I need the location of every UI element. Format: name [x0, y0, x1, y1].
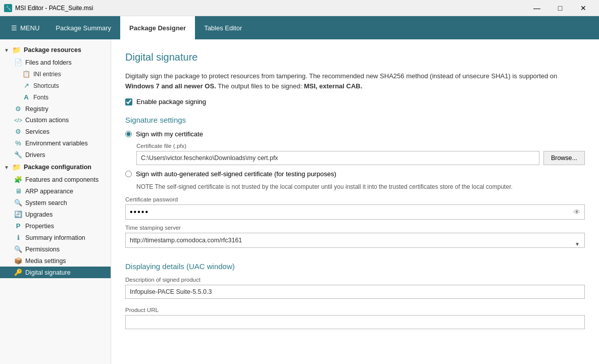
cert-file-label: Certificate file (.pfx): [136, 143, 585, 149]
maximize-button[interactable]: □: [548, 0, 572, 16]
desc-end2: The output files to be signed:: [218, 82, 302, 90]
sidebar-item-label: INI entries: [33, 71, 61, 78]
sidebar-item-upgrades[interactable]: 🔄 Upgrades: [0, 209, 111, 220]
sidebar-item-custom-actions[interactable]: </> Custom actions: [0, 115, 111, 126]
sidebar-item-label: Registry: [25, 106, 48, 113]
desc-bold1: Windows 7 and all newer OS.: [125, 82, 216, 90]
properties-icon: P: [14, 222, 22, 230]
sidebar-item-label: System search: [25, 199, 67, 206]
window-controls: — □ ✕: [525, 0, 595, 16]
cert-password-input[interactable]: [126, 205, 569, 219]
displaying-details-title: Displaying details (UAC window): [125, 262, 585, 271]
sidebar-section-label: Package configuration: [24, 164, 91, 171]
collapse-icon: ▼: [4, 165, 9, 170]
radio-sign-auto[interactable]: [125, 171, 132, 177]
description-text: Digitally sign the package to protect re…: [125, 71, 585, 91]
timestamp-select[interactable]: http://timestamp.comodoca.com/rfc3161: [125, 233, 585, 248]
sidebar-item-system-search[interactable]: 🔍 System search: [0, 197, 111, 209]
title-bar: 🔧 MSI Editor - PACE_Suite.msi — □ ✕: [0, 0, 599, 16]
signature-settings-title: Signature settings: [125, 116, 585, 124]
services-icon: ⚙: [14, 128, 22, 135]
enable-signing-label[interactable]: Enable package signing: [136, 98, 206, 106]
radio-sign-cert[interactable]: [125, 131, 132, 137]
sidebar-item-registry[interactable]: ⚙ Registry: [0, 103, 111, 115]
cert-password-label: Certificate password: [125, 196, 585, 202]
page-title: Digital signature: [125, 51, 585, 63]
sidebar-section-package-config[interactable]: ▼ 📁 Package configuration: [0, 161, 111, 174]
eye-icon: 👁: [573, 208, 580, 216]
sidebar-item-environment-variables[interactable]: % Environment variables: [0, 137, 111, 149]
sidebar-item-label: Custom actions: [25, 117, 69, 124]
signed-product-input[interactable]: [125, 285, 585, 299]
search-icon: 🔍: [14, 199, 22, 206]
timestamp-label: Time stamping server: [125, 225, 585, 231]
enable-signing-row: Enable package signing: [125, 98, 585, 106]
registry-icon: ⚙: [14, 105, 22, 113]
custom-actions-icon: </>: [14, 117, 22, 123]
sidebar-item-features-and-components[interactable]: 🧩 Features and components: [0, 174, 111, 185]
sidebar-item-shortcuts[interactable]: ↗ Shortcuts: [0, 80, 111, 91]
folder-icon: 📁: [12, 163, 21, 171]
sidebar-item-files-and-folders[interactable]: 📄 Files and folders: [0, 57, 111, 68]
file-icon: 📄: [14, 59, 22, 66]
sidebar-item-services[interactable]: ⚙ Services: [0, 126, 111, 137]
sidebar-item-label: Environment variables: [25, 140, 88, 147]
cert-file-row: Browse...: [136, 151, 585, 165]
browse-button[interactable]: Browse...: [543, 151, 585, 165]
enable-signing-checkbox[interactable]: [125, 98, 132, 106]
window-title: MSI Editor - PACE_Suite.msi: [15, 5, 93, 12]
media-icon: 📦: [14, 257, 22, 265]
sidebar-section-label: Package resources: [24, 46, 81, 54]
tab-package-designer[interactable]: Package Designer: [120, 16, 195, 39]
sidebar-item-label: Permissions: [25, 246, 60, 253]
radio-row-1: Sign with my certificate: [125, 130, 585, 138]
sidebar-item-media-settings[interactable]: 📦 Media settings: [0, 255, 111, 267]
product-url-input[interactable]: [125, 315, 585, 329]
radio-label-2[interactable]: Sign with auto-generated self-signed cer…: [136, 170, 336, 178]
sidebar-item-label: Summary information: [25, 234, 85, 241]
note-text: NOTE The self-signed certificate is not …: [136, 183, 585, 191]
signature-icon: 🔑: [14, 269, 22, 276]
sidebar-item-permissions[interactable]: 🔍 Permissions: [0, 243, 111, 255]
sidebar-item-label: Services: [25, 128, 49, 135]
collapse-icon: ▼: [4, 47, 9, 53]
tab-tables-editor[interactable]: Tables Editor: [195, 16, 251, 39]
menu-button[interactable]: ☰ MENU: [4, 16, 46, 39]
tab-package-summary[interactable]: Package Summary: [46, 16, 120, 39]
shortcut-icon: ↗: [22, 82, 30, 89]
signed-product-label: Description of signed product: [125, 277, 585, 283]
sidebar: ▼ 📁 Package resources 📄 Files and folder…: [0, 39, 111, 364]
sidebar-item-label: Shortcuts: [33, 82, 59, 89]
sidebar-item-label: Features and components: [25, 176, 98, 183]
radio-row-2: Sign with auto-generated self-signed cer…: [125, 170, 585, 178]
product-url-label: Product URL: [125, 307, 585, 313]
arp-icon: 🖥: [14, 187, 22, 195]
radio-label-1[interactable]: Sign with my certificate: [136, 130, 203, 138]
sidebar-item-label: Drivers: [25, 151, 45, 159]
sidebar-item-drivers[interactable]: 🔧 Drivers: [0, 149, 111, 161]
font-icon: A: [22, 93, 30, 101]
close-button[interactable]: ✕: [572, 0, 595, 16]
sidebar-item-properties[interactable]: P Properties: [0, 220, 111, 232]
folder-icon: 📁: [12, 46, 21, 54]
sidebar-item-fonts[interactable]: A Fonts: [0, 91, 111, 103]
info-icon: ℹ: [14, 234, 22, 241]
show-password-button[interactable]: 👁: [569, 205, 584, 219]
menu-label: MENU: [20, 24, 39, 32]
permissions-icon: 🔍: [14, 245, 22, 253]
sidebar-item-digital-signature[interactable]: 🔑 Digital signature: [0, 267, 111, 278]
sidebar-item-summary-information[interactable]: ℹ Summary information: [0, 232, 111, 243]
env-icon: %: [14, 139, 22, 147]
sidebar-item-ini-entries[interactable]: 📋 INI entries: [0, 68, 111, 80]
sidebar-item-label: Digital signature: [25, 269, 71, 276]
sidebar-item-label: Files and folders: [25, 59, 72, 66]
app-icon: 🔧: [4, 4, 12, 12]
minimize-button[interactable]: —: [525, 0, 548, 16]
features-icon: 🧩: [14, 176, 22, 183]
sidebar-item-arp-appearance[interactable]: 🖥 ARP appearance: [0, 185, 111, 197]
menu-bar: ☰ MENU Package Summary Package Designer …: [0, 16, 599, 39]
sidebar-section-package-resources[interactable]: ▼ 📁 Package resources: [0, 43, 111, 57]
password-row: 👁: [125, 204, 585, 220]
upgrades-icon: 🔄: [14, 211, 22, 218]
cert-file-input[interactable]: [136, 151, 539, 165]
